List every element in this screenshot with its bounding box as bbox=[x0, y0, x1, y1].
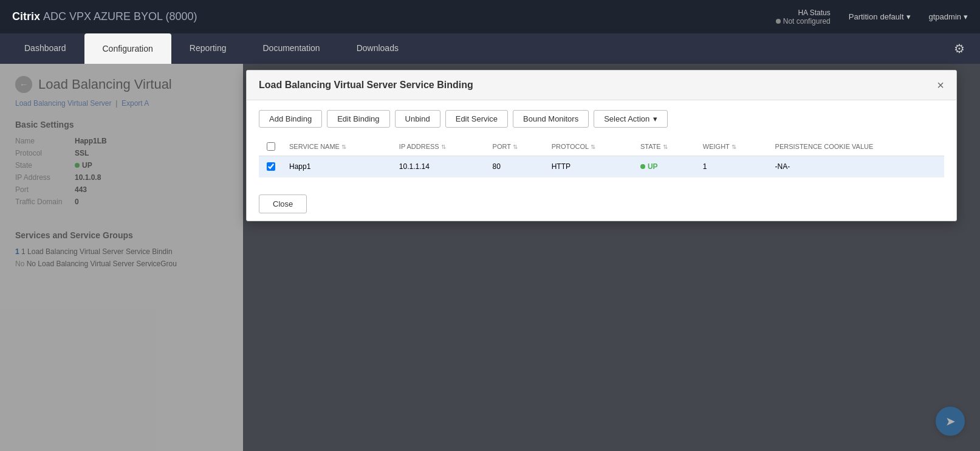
row-persistence-cookie: -NA- bbox=[769, 156, 944, 177]
modal-header: Load Balancing Virtual Server Service Bi… bbox=[247, 71, 956, 100]
ha-label: HA Status bbox=[776, 9, 831, 17]
col-service-name: SERVICE NAME ⇅ bbox=[283, 137, 393, 156]
tab-dashboard[interactable]: Dashboard bbox=[6, 33, 84, 64]
row-ip: 10.1.1.14 bbox=[393, 156, 487, 177]
select-action-chevron: ▾ bbox=[653, 114, 657, 123]
partition-chevron: ▾ bbox=[906, 12, 911, 21]
edit-binding-button[interactable]: Edit Binding bbox=[327, 110, 389, 128]
select-action-label: Select Action bbox=[604, 114, 649, 123]
col-protocol: PROTOCOL ⇅ bbox=[546, 137, 634, 156]
tab-documentation[interactable]: Documentation bbox=[244, 33, 338, 64]
username-text: gtpadmin bbox=[929, 12, 961, 21]
brand-citrix: Citrix bbox=[12, 10, 40, 22]
partition-label: Partition bbox=[849, 12, 878, 21]
modal: Load Balancing Virtual Server Service Bi… bbox=[246, 70, 957, 221]
username[interactable]: gtpadmin ▾ bbox=[929, 12, 968, 21]
ha-status: HA Status Not configured bbox=[776, 9, 831, 26]
tab-configuration[interactable]: Configuration bbox=[84, 33, 171, 64]
edit-service-button[interactable]: Edit Service bbox=[445, 110, 508, 128]
select-all-checkbox[interactable] bbox=[267, 142, 275, 151]
row-protocol: HTTP bbox=[546, 156, 634, 177]
row-state: UP bbox=[634, 156, 697, 177]
row-checkbox-cell bbox=[259, 156, 283, 177]
modal-toolbar: Add Binding Edit Binding Unbind Edit Ser… bbox=[259, 110, 944, 128]
col-ip-address: IP ADDRESS ⇅ bbox=[393, 137, 487, 156]
add-binding-button[interactable]: Add Binding bbox=[259, 110, 322, 128]
modal-footer: Close bbox=[247, 187, 956, 221]
table-header: SERVICE NAME ⇅ IP ADDRESS ⇅ PORT ⇅ PROTO… bbox=[259, 137, 944, 156]
row-checkbox[interactable] bbox=[267, 162, 275, 171]
brand: Citrix ADC VPX AZURE BYOL (8000) bbox=[12, 10, 197, 23]
col-weight: WEIGHT ⇅ bbox=[697, 137, 769, 156]
row-service-name: Happ1 bbox=[283, 156, 393, 177]
service-table: SERVICE NAME ⇅ IP ADDRESS ⇅ PORT ⇅ PROTO… bbox=[259, 137, 944, 177]
unbind-button[interactable]: Unbind bbox=[395, 110, 440, 128]
select-action-button[interactable]: Select Action ▾ bbox=[594, 110, 668, 128]
topbar: Citrix ADC VPX AZURE BYOL (8000) HA Stat… bbox=[0, 0, 980, 33]
ha-value-text: Not configured bbox=[783, 17, 831, 26]
col-persistence-cookie: PERSISTENCE COOKIE VALUE bbox=[769, 137, 944, 156]
brand-adc: ADC VPX AZURE BYOL (8000) bbox=[43, 10, 197, 22]
partition[interactable]: Partition default ▾ bbox=[849, 12, 911, 21]
row-weight: 1 bbox=[697, 156, 769, 177]
modal-body: Add Binding Edit Binding Unbind Edit Ser… bbox=[247, 100, 956, 187]
partition-value: default bbox=[880, 12, 903, 21]
state-up: UP bbox=[640, 162, 691, 171]
ha-value: Not configured bbox=[776, 17, 831, 26]
topbar-right: HA Status Not configured Partition defau… bbox=[776, 9, 968, 26]
modal-title: Load Balancing Virtual Server Service Bi… bbox=[259, 80, 473, 91]
col-checkbox bbox=[259, 137, 283, 156]
row-port: 80 bbox=[487, 156, 546, 177]
close-button[interactable]: Close bbox=[259, 195, 307, 213]
modal-close-button[interactable]: × bbox=[937, 79, 944, 91]
table-body: Happ110.1.1.1480HTTPUP1-NA- bbox=[259, 156, 944, 177]
settings-icon[interactable]: ⚙ bbox=[945, 33, 974, 64]
state-dot bbox=[640, 164, 645, 169]
col-state: STATE ⇅ bbox=[634, 137, 697, 156]
navbar: Dashboard Configuration Reporting Docume… bbox=[0, 33, 980, 64]
username-chevron: ▾ bbox=[964, 12, 968, 21]
tab-downloads[interactable]: Downloads bbox=[338, 33, 417, 64]
col-port: PORT ⇅ bbox=[487, 137, 546, 156]
tab-reporting[interactable]: Reporting bbox=[171, 33, 245, 64]
ha-dot bbox=[776, 19, 781, 24]
table-row[interactable]: Happ110.1.1.1480HTTPUP1-NA- bbox=[259, 156, 944, 177]
bound-monitors-button[interactable]: Bound Monitors bbox=[513, 110, 589, 128]
